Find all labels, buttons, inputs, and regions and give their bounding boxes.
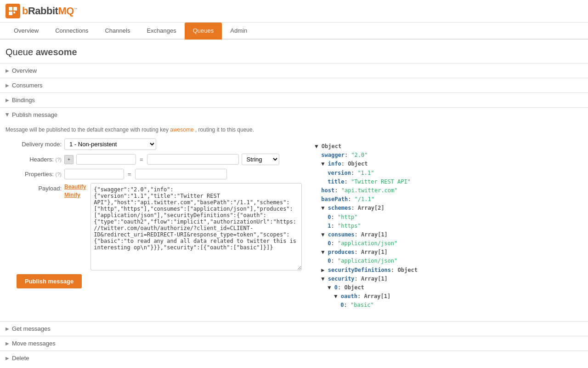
json-title: title: "Twitter REST API" [315,178,573,186]
publish-body: Message will be published to the default… [0,122,588,321]
json-consumes-0: 0: "application/json" [315,239,573,248]
chevron-bindings-icon: ▶ [6,98,9,103]
json-host: host: "api.twitter.com" [315,186,573,195]
json-produces-arrow[interactable]: ▼ [321,249,328,255]
json-security-0-arrow[interactable]: ▼ [328,284,334,291]
payload-row: Payload: Beautify Minify {"swagger":"2.0… [11,183,302,270]
section-overview: ▶ Overview [0,63,588,78]
chevron-consumers-icon: ▶ [6,83,9,88]
publish-routing-key: awesome [170,126,193,133]
eq-sign-headers: = [139,156,144,163]
header: bRabbitMQ™ [0,0,588,23]
delivery-mode-select[interactable]: 1 - Non-persistent 2 - Persistent [64,138,156,150]
content-area: Delivery mode: 1 - Non-persistent 2 - Pe… [6,138,582,314]
form-area: Delivery mode: 1 - Non-persistent 2 - Pe… [11,138,302,314]
json-scheme-0: 0: "http" [315,213,573,222]
properties-label: Properties: (?) [11,171,62,178]
json-oauth-arrow[interactable]: ▼ [334,293,340,299]
svg-rect-0 [9,7,12,11]
section-move-messages-label: Move messages [12,340,56,347]
payload-label: Payload: [11,183,62,192]
chevron-get-messages-icon: ▶ [6,326,9,331]
logo: bRabbitMQ™ [6,4,77,18]
json-scheme-1: 1: "https" [315,222,573,230]
page-title: Queue awesome [0,40,588,63]
publish-btn-row: Publish message [11,274,302,294]
json-consumes-arrow[interactable]: ▼ [321,231,328,238]
section-bindings-header[interactable]: ▶ Bindings [0,93,588,107]
json-root-arrow[interactable]: ▼ [315,143,321,150]
publish-info-text1: Message will be published to the default… [6,126,169,133]
chevron-publish-icon: ▶ [5,113,10,117]
section-get-messages-header[interactable]: ▶ Get messages [0,322,588,336]
header-key-input[interactable] [76,154,136,165]
nav: Overview Connections Channels Exchanges … [0,23,588,40]
section-overview-header[interactable]: ▶ Overview [0,63,588,78]
publish-message-button[interactable]: Publish message [17,274,82,288]
headers-label: Headers: (?) [11,156,62,163]
section-publish: ▶ Publish message Message will be publis… [0,107,588,321]
header-val-input[interactable] [147,154,239,165]
json-oauth: ▼ oauth: Array[1] [315,292,573,301]
section-delete: ▶ Delete [0,351,588,365]
beautify-button[interactable]: Beautify [64,183,86,190]
header-type-select[interactable]: String Number Boolean [242,154,279,165]
section-move-messages: ▶ Move messages [0,336,588,351]
section-bindings: ▶ Bindings [0,92,588,107]
section-overview-label: Overview [12,67,37,74]
publish-info: Message will be published to the default… [6,126,582,133]
header-add-icon[interactable]: + [64,155,74,164]
minify-button[interactable]: Minify [64,191,86,199]
json-root: ▼ Object [315,142,573,151]
payload-controls: Beautify Minify [64,183,86,199]
chevron-delete-icon: ▶ [6,356,9,361]
prop-val-input[interactable] [135,169,227,179]
json-security-0: ▼ 0: Object [315,283,573,292]
section-get-messages: ▶ Get messages [0,321,588,336]
json-info-arrow[interactable]: ▼ [321,161,328,167]
logo-icon [6,4,20,18]
nav-connections[interactable]: Connections [47,23,96,40]
nav-channels[interactable]: Channels [96,23,138,40]
section-get-messages-label: Get messages [12,325,51,332]
queue-label: Queue [6,47,33,57]
json-basepath: basePath: "/1.1" [315,195,573,204]
chevron-overview-icon: ▶ [6,68,9,73]
section-move-messages-header[interactable]: ▶ Move messages [0,336,588,351]
logo-text: bRabbitMQ™ [22,5,77,17]
publish-info-text2: , routing it to this queue. [195,126,254,133]
section-consumers-header[interactable]: ▶ Consumers [0,78,588,92]
headers-row: Headers: (?) + = String Number Boolean [11,154,302,165]
json-consumes: ▼ consumes: Array[1] [315,230,573,239]
properties-row: Properties: (?) = [11,169,302,179]
json-security-arrow[interactable]: ▼ [321,276,328,282]
svg-rect-1 [13,7,17,11]
section-delete-header[interactable]: ▶ Delete [0,351,588,365]
json-securitydefs: ▶ securityDefinitions: Object [315,266,573,275]
json-schemes: ▼ schemes: Array[2] [315,204,573,213]
nav-exchanges[interactable]: Exchanges [138,23,184,40]
payload-textarea[interactable]: {"swagger":"2.0","info": {"version":"1.1… [90,183,302,270]
section-consumers-label: Consumers [12,82,42,89]
json-oauth-0: 0: "basic" [315,301,573,310]
nav-overview[interactable]: Overview [6,23,47,40]
json-version: version: "1.1" [315,169,573,178]
json-info: ▼ info: Object [315,160,573,168]
json-preview: ▼ Object swagger: "2.0" ▼ info: Object v… [311,138,577,314]
delivery-mode-label: Delivery mode: [11,141,62,148]
json-security: ▼ security: Array[1] [315,275,573,283]
delivery-mode-row: Delivery mode: 1 - Non-persistent 2 - Pe… [11,138,302,150]
json-schemes-arrow[interactable]: ▼ [321,205,328,211]
headers-hint: (?) [56,157,62,162]
svg-rect-3 [13,12,15,13]
section-publish-label: Publish message [12,111,57,118]
nav-queues[interactable]: Queues [185,23,222,40]
nav-admin[interactable]: Admin [222,23,255,40]
chevron-move-messages-icon: ▶ [6,341,9,346]
section-publish-header[interactable]: ▶ Publish message [0,108,588,122]
properties-hint: (?) [56,172,62,177]
json-produces-0: 0: "application/json" [315,257,573,265]
json-securitydefs-arrow[interactable]: ▶ [321,267,328,273]
json-swagger: swagger: "2.0" [315,151,573,160]
prop-key-input[interactable] [64,169,124,179]
